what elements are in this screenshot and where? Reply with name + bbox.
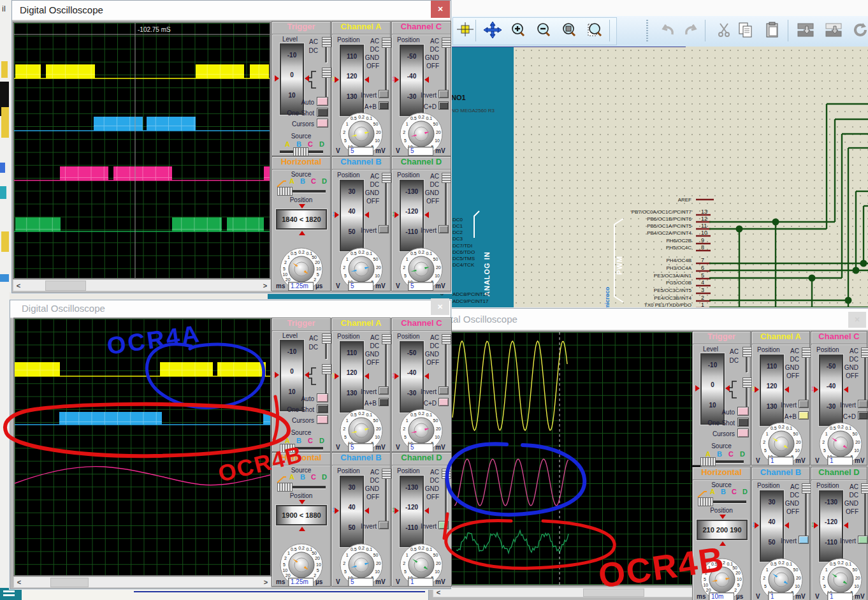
coupling-off[interactable]: OFF (332, 494, 379, 501)
coupling-gnd[interactable]: GND (332, 54, 379, 61)
block-move-button[interactable] (822, 18, 845, 43)
coupling-dc[interactable]: DC (332, 181, 379, 188)
scope-scrollbar[interactable]: < > (13, 576, 271, 588)
coupling-slider-thumb[interactable] (861, 483, 868, 494)
coupling-gnd[interactable]: GND (392, 485, 439, 492)
coupling-off[interactable]: OFF (392, 62, 439, 70)
slider-thumb[interactable] (280, 444, 295, 453)
coupling-slider-thumb[interactable] (382, 173, 391, 183)
slider-thumb[interactable] (293, 147, 308, 156)
coupling-dc[interactable]: DC (332, 477, 379, 484)
one-shot-button[interactable] (317, 404, 328, 413)
invert-button[interactable] (858, 536, 868, 544)
gain-knob[interactable]: 0.50.20.1125102050201052VmV5 (392, 111, 451, 157)
coupling-slider-thumb[interactable] (442, 334, 451, 344)
coupling-ac[interactable]: AC (332, 173, 379, 180)
close-button[interactable]: ✕ (848, 312, 866, 328)
coupling-ac[interactable]: AC (811, 348, 858, 355)
scroll-right-icon[interactable]: > (260, 280, 270, 291)
auto-button[interactable] (317, 393, 328, 402)
coupling-gnd[interactable]: GND (811, 364, 858, 371)
coupling-gnd[interactable]: GND (392, 189, 439, 196)
knob-value[interactable]: 1 (408, 578, 433, 587)
coupling-slider-thumb[interactable] (322, 37, 331, 47)
scroll-left-icon[interactable]: < (14, 577, 24, 587)
coupling-dc[interactable]: DC (811, 492, 858, 499)
coupling-dc[interactable]: DC (332, 342, 379, 349)
undo-button[interactable] (656, 18, 679, 43)
invert-button[interactable] (438, 386, 449, 395)
coupling-gnd[interactable]: GND (332, 351, 379, 358)
knob-value[interactable]: 1.25m (288, 578, 314, 587)
origin-button[interactable] (454, 18, 477, 43)
close-button[interactable]: ✕ (431, 298, 449, 315)
invert-button[interactable] (379, 386, 389, 395)
cut-button[interactable] (712, 18, 735, 43)
close-button[interactable]: ✕ (431, 1, 450, 18)
horizontal-source-slider[interactable] (277, 190, 326, 193)
coupling-ac[interactable]: AC (392, 334, 439, 341)
invert-button[interactable] (858, 400, 868, 408)
coupling-slider-thumb[interactable] (802, 483, 811, 494)
gain-knob[interactable]: 0.50.20.11251020501002005020105210.5msµs… (693, 557, 752, 600)
scope-scrollbar[interactable]: < > (433, 587, 702, 597)
window-titlebar[interactable]: Digital Oscilloscope (12, 1, 451, 20)
scope-display[interactable] (450, 331, 702, 586)
trigger-source-slider[interactable] (280, 150, 323, 153)
cursors-button[interactable] (317, 119, 328, 128)
coupling-off[interactable]: OFF (811, 508, 858, 515)
coupling-dc[interactable]: DC (392, 342, 439, 349)
sum-button[interactable] (379, 101, 389, 110)
coupling-slider-thumb[interactable] (382, 469, 391, 479)
gain-knob[interactable]: 0.50.20.1125102050201052VmV5 (392, 407, 451, 453)
coupling-off[interactable]: OFF (752, 372, 799, 379)
window-titlebar[interactable]: Digital Oscilloscope (429, 309, 868, 330)
invert-button[interactable] (379, 90, 389, 98)
redo-button[interactable] (679, 18, 702, 43)
coupling-off[interactable]: OFF (811, 372, 858, 379)
coupling-ac[interactable]: AC (392, 173, 439, 180)
paste-button[interactable] (761, 18, 784, 43)
gain-knob[interactable]: 0.50.20.11251020501002005020105210.5msµs… (272, 542, 331, 588)
coupling-slider-thumb[interactable] (742, 377, 752, 388)
knob-value[interactable]: 5 (408, 443, 433, 452)
knob-value[interactable]: 10m (709, 592, 734, 600)
knob-value[interactable]: 5 (408, 282, 433, 291)
pan-button[interactable] (481, 18, 504, 43)
invert-button[interactable] (438, 521, 449, 529)
knob-value[interactable]: 5 (348, 578, 373, 587)
trigger-source-slider[interactable] (700, 460, 744, 463)
trigger-coupling-ac[interactable]: AC (693, 348, 739, 355)
coupling-slider-thumb[interactable] (382, 334, 391, 344)
coupling-gnd[interactable]: GND (332, 189, 379, 196)
coupling-slider-thumb[interactable] (442, 38, 451, 48)
coupling-gnd[interactable]: GND (752, 500, 799, 507)
gain-knob[interactable]: 0.50.20.1125102050201052VmV5 (332, 542, 391, 588)
sum-button[interactable] (379, 398, 389, 406)
knob-value[interactable]: 5 (348, 282, 373, 291)
trigger-coupling-dc[interactable]: DC (272, 344, 318, 351)
invert-button[interactable] (799, 400, 809, 408)
coupling-ac[interactable]: AC (752, 348, 799, 355)
coupling-ac[interactable]: AC (392, 38, 439, 45)
knob-value[interactable]: 1 (827, 457, 853, 465)
gain-knob[interactable]: 0.50.20.1125102050201052VmV5 (392, 246, 451, 292)
coupling-ac[interactable]: AC (811, 483, 858, 490)
scope-display[interactable]: -102.75 mS (13, 22, 271, 279)
one-shot-button[interactable] (317, 108, 328, 117)
cursors-button[interactable] (737, 428, 749, 437)
scroll-thumb[interactable] (583, 589, 644, 597)
trigger-coupling-dc[interactable]: DC (693, 357, 739, 364)
zoom-area-button[interactable] (558, 18, 581, 43)
gain-knob[interactable]: 0.50.20.1125102050201052VmV1 (752, 421, 811, 467)
gain-knob[interactable]: 0.50.20.1125102050201052VmV1 (811, 557, 868, 600)
invert-button[interactable] (799, 536, 809, 544)
gain-knob[interactable]: 0.50.20.1125102050201052VmV5 (332, 407, 391, 453)
trigger-coupling-ac[interactable]: AC (272, 335, 318, 342)
coupling-gnd[interactable]: GND (811, 500, 858, 507)
one-shot-button[interactable] (737, 418, 749, 427)
coupling-gnd[interactable]: GND (752, 364, 799, 371)
gain-knob[interactable]: 0.50.20.11251020501002005020105210.5msµs… (272, 246, 331, 292)
knob-value[interactable]: 1 (768, 457, 793, 465)
coupling-slider-thumb[interactable] (322, 364, 331, 374)
